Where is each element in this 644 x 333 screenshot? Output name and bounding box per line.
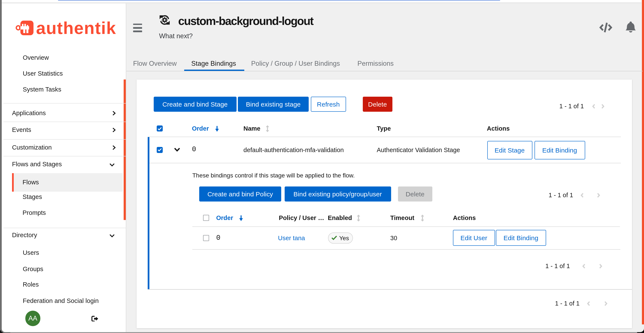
svg-text:authentik: authentik [36, 19, 116, 36]
